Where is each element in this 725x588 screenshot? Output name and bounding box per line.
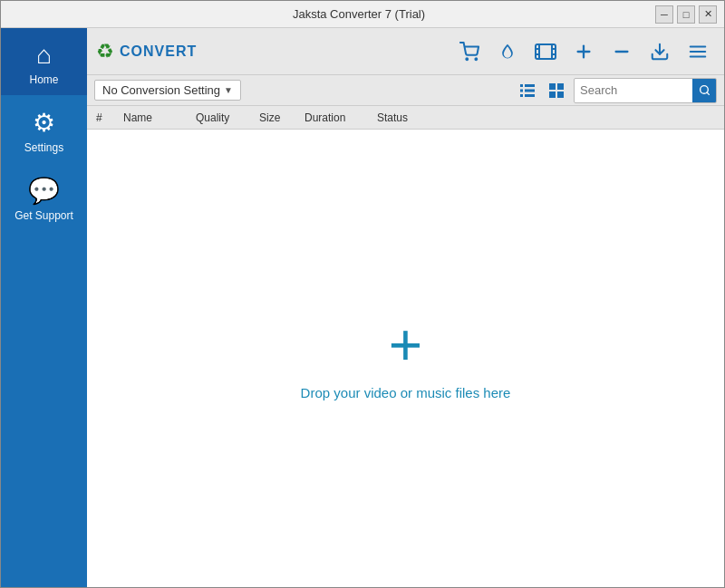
col-status: Status: [372, 111, 444, 124]
add-button[interactable]: [566, 34, 601, 69]
sidebar: ⌂ Home ⚙ Settings 💬 Get Support: [1, 28, 87, 587]
download-button[interactable]: [643, 34, 677, 69]
sidebar-item-support[interactable]: 💬 Get Support: [1, 163, 87, 231]
svg-rect-19: [525, 89, 535, 92]
svg-rect-24: [549, 92, 556, 98]
brand: ♻ CONVERT: [96, 40, 197, 63]
dropdown-arrow-icon: ▼: [224, 85, 233, 95]
sub-toolbar: No Conversion Setting ▼: [87, 75, 724, 106]
maximize-button[interactable]: □: [677, 5, 695, 24]
sidebar-label-settings: Settings: [24, 141, 63, 154]
col-quality: Quality: [190, 111, 254, 124]
search-input[interactable]: [575, 81, 692, 100]
svg-rect-25: [557, 92, 564, 98]
sidebar-item-home[interactable]: ⌂ Home: [1, 28, 87, 95]
content-area: ♻ CONVERT: [87, 28, 724, 587]
svg-point-0: [466, 58, 468, 60]
file-area: # Name Quality Size Duration Status + Dr…: [87, 106, 724, 587]
settings-icon: ⚙: [33, 108, 55, 138]
recycle-icon: ♻: [96, 40, 114, 63]
close-button[interactable]: ✕: [699, 5, 717, 24]
sidebar-label-home: Home: [29, 73, 58, 86]
svg-point-1: [475, 58, 477, 60]
svg-rect-20: [520, 94, 523, 97]
film-button[interactable]: [528, 34, 563, 69]
svg-line-27: [707, 92, 709, 94]
column-headers: # Name Quality Size Duration Status: [87, 106, 724, 130]
col-duration: Duration: [299, 111, 372, 124]
main-toolbar: ♻ CONVERT: [87, 28, 724, 75]
main-area: ⌂ Home ⚙ Settings 💬 Get Support ♻ CONVER…: [1, 28, 724, 587]
minimize-button[interactable]: ─: [655, 5, 673, 24]
window-controls: ─ □ ✕: [655, 5, 717, 24]
col-hash: #: [91, 111, 118, 124]
main-window: Jaksta Converter 7 (Trial) ─ □ ✕ ⌂ Home …: [0, 0, 725, 588]
svg-rect-18: [520, 89, 523, 92]
svg-rect-16: [520, 84, 523, 87]
conversion-setting-button[interactable]: No Conversion Setting ▼: [94, 80, 241, 101]
drop-plus-icon: +: [389, 316, 422, 374]
menu-button[interactable]: [681, 34, 715, 69]
home-icon: ⌂: [36, 41, 52, 70]
svg-rect-22: [549, 83, 556, 90]
grid-view-button[interactable]: [545, 79, 568, 102]
svg-rect-23: [557, 83, 564, 90]
cart-button[interactable]: [452, 34, 487, 69]
drop-area[interactable]: + Drop your video or music files here: [87, 130, 724, 587]
conversion-setting-label: No Conversion Setting: [102, 83, 220, 97]
drop-message: Drop your video or music files here: [301, 385, 511, 400]
title-bar: Jaksta Converter 7 (Trial) ─ □ ✕: [1, 1, 724, 28]
search-box: [574, 78, 717, 103]
svg-rect-17: [525, 84, 535, 87]
list-view-button[interactable]: [516, 79, 539, 102]
svg-rect-21: [525, 94, 535, 97]
brand-text: CONVERT: [120, 43, 197, 60]
support-icon: 💬: [28, 176, 60, 206]
sidebar-item-settings[interactable]: ⚙ Settings: [1, 95, 87, 163]
sidebar-label-support: Get Support: [14, 209, 73, 222]
window-title: Jaksta Converter 7 (Trial): [63, 7, 655, 21]
remove-button[interactable]: [604, 34, 639, 69]
flame-button[interactable]: [490, 34, 525, 69]
col-name: Name: [118, 111, 190, 124]
col-size: Size: [254, 111, 299, 124]
search-button[interactable]: [692, 79, 716, 102]
